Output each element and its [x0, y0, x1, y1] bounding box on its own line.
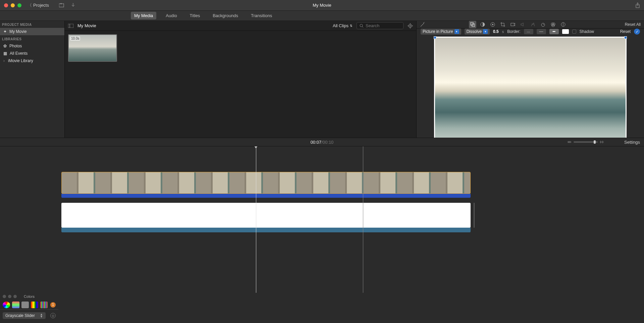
color-picker-tabs: 1: [0, 300, 58, 310]
browser-title: My Movie: [77, 23, 96, 28]
tab-transitions[interactable]: Transitions: [248, 12, 275, 19]
gear-icon[interactable]: [408, 23, 413, 29]
media-clip-thumbnail[interactable]: 10.0s: [68, 34, 117, 62]
custom-palette-badge[interactable]: 1: [50, 302, 56, 308]
search-icon: [360, 24, 364, 28]
title-audio-track[interactable]: [61, 228, 471, 232]
window-titlebar: 〈 Projects My Movie: [0, 0, 644, 11]
video-audio-track[interactable]: [61, 194, 471, 198]
sidebar-item-imovie-library[interactable]: › iMovie Library: [0, 57, 64, 64]
overlay-tool-icon[interactable]: [469, 21, 476, 28]
playhead[interactable]: [256, 146, 256, 293]
timeline[interactable]: [0, 146, 644, 293]
timecode-bar: 00:07 / 00:10 Settings: [0, 138, 644, 146]
brightness-label: Brightness: [0, 322, 58, 323]
image-palettes-tab-icon[interactable]: [31, 302, 38, 308]
crop-icon[interactable]: [499, 21, 506, 28]
updown-icon: ▲▼: [40, 313, 43, 318]
updown-icon: ⇅: [350, 24, 353, 28]
pip-frame[interactable]: [434, 37, 627, 145]
sidebar-item-label: iMovie Library: [8, 58, 33, 63]
border-label: Border:: [507, 29, 520, 34]
calendar-icon: ▦: [3, 51, 7, 56]
pencils-tab-icon[interactable]: [40, 302, 48, 308]
filter-label: All Clips: [333, 23, 348, 28]
svg-point-25: [563, 23, 564, 24]
tab-backgrounds[interactable]: Backgrounds: [209, 12, 241, 19]
reset-button[interactable]: Reset: [620, 29, 631, 34]
sidebar-item-photos[interactable]: ✿ Photos: [0, 42, 64, 50]
clip-end-marker: [474, 203, 475, 228]
shadow-checkbox[interactable]: [572, 30, 576, 34]
color-palettes-tab-icon[interactable]: [21, 302, 29, 308]
clip-filter-dropdown[interactable]: All Clips ⇅: [333, 23, 353, 28]
svg-line-5: [362, 27, 363, 28]
zoom-out-icon: [568, 140, 572, 144]
colors-panel[interactable]: Colors 1 Grayscale Slider ▲▼ ⊙ Brightnes…: [0, 293, 58, 323]
colors-panel-titlebar[interactable]: Colors: [0, 293, 58, 300]
border-thick-button[interactable]: ━: [549, 29, 559, 34]
panel-close-button[interactable]: [3, 295, 6, 298]
svg-rect-0: [59, 4, 64, 7]
resize-handle-tl[interactable]: [434, 36, 436, 39]
viewer-panel: Reset All Picture in Picture ▾ Dissolve …: [417, 21, 644, 138]
sidebar-item-label: My Movie: [9, 29, 26, 34]
zoom-window-button[interactable]: [17, 3, 21, 7]
search-field[interactable]: Search: [357, 22, 404, 29]
sidebar-item-label: All Events: [10, 51, 28, 56]
color-correction-icon[interactable]: [489, 21, 496, 28]
svg-point-4: [360, 24, 363, 27]
chevron-right-icon: ›: [3, 58, 5, 63]
video-clip-track[interactable]: [61, 172, 471, 194]
seconds-unit: s: [502, 30, 504, 34]
tab-my-media[interactable]: My Media: [131, 12, 156, 19]
svg-rect-17: [511, 23, 514, 26]
timeline-zoom-slider[interactable]: [568, 140, 604, 144]
chevron-down-icon: ▾: [483, 29, 488, 34]
resize-handle-tr[interactable]: [624, 36, 627, 39]
color-sliders-tab-icon[interactable]: [12, 302, 19, 308]
close-window-button[interactable]: [4, 3, 8, 7]
action-menu-icon[interactable]: ⊙: [50, 313, 56, 318]
panel-minimize-button[interactable]: [8, 295, 11, 298]
border-none-button[interactable]: ---: [524, 29, 533, 34]
stabilization-icon[interactable]: [509, 21, 517, 28]
download-icon[interactable]: [71, 3, 75, 8]
info-icon[interactable]: [559, 21, 567, 28]
reset-all-button[interactable]: Reset All: [625, 22, 641, 27]
slider-mode-dropdown[interactable]: Grayscale Slider ▲▼: [3, 312, 46, 319]
share-icon[interactable]: [635, 3, 640, 8]
search-placeholder: Search: [366, 23, 379, 28]
total-time: 00:10: [323, 140, 334, 145]
color-wheel-tab-icon[interactable]: [3, 302, 10, 308]
overlay-mode-dropdown[interactable]: Picture in Picture ▾: [421, 29, 461, 35]
tab-titles[interactable]: Titles: [186, 12, 204, 19]
svg-point-6: [409, 24, 412, 28]
volume-icon[interactable]: [519, 21, 527, 28]
noise-reduction-icon[interactable]: [529, 21, 537, 28]
border-color-swatch[interactable]: [562, 29, 569, 34]
filter-icon[interactable]: [549, 21, 557, 28]
timeline-settings-button[interactable]: Settings: [624, 140, 640, 145]
enhance-wand-icon[interactable]: [420, 22, 425, 27]
skimmer-playhead[interactable]: [363, 146, 363, 293]
svg-line-19: [543, 24, 544, 25]
apply-button[interactable]: ✓: [634, 29, 640, 35]
title-clip-track[interactable]: [61, 203, 471, 228]
window-title: My Movie: [313, 3, 331, 8]
panel-zoom-button[interactable]: [13, 295, 17, 298]
sidebar-item-all-events[interactable]: ▦ All Events: [0, 50, 64, 57]
tab-audio[interactable]: Audio: [162, 12, 180, 19]
sidebar-item-my-movie[interactable]: ✦ My Movie: [0, 28, 64, 35]
shadow-label: Shadow: [580, 29, 594, 34]
chevron-left-icon: 〈: [28, 2, 32, 8]
transition-duration-field[interactable]: 0.5: [493, 29, 499, 34]
back-to-projects-button[interactable]: 〈 Projects: [28, 2, 49, 8]
transition-dropdown[interactable]: Dissolve ▾: [465, 29, 490, 35]
minimize-window-button[interactable]: [11, 3, 15, 7]
speed-icon[interactable]: [539, 21, 547, 28]
border-thin-button[interactable]: —: [537, 29, 546, 34]
import-media-icon[interactable]: [59, 3, 65, 8]
color-balance-icon[interactable]: [479, 21, 486, 28]
toggle-sidebar-icon[interactable]: [68, 24, 73, 28]
